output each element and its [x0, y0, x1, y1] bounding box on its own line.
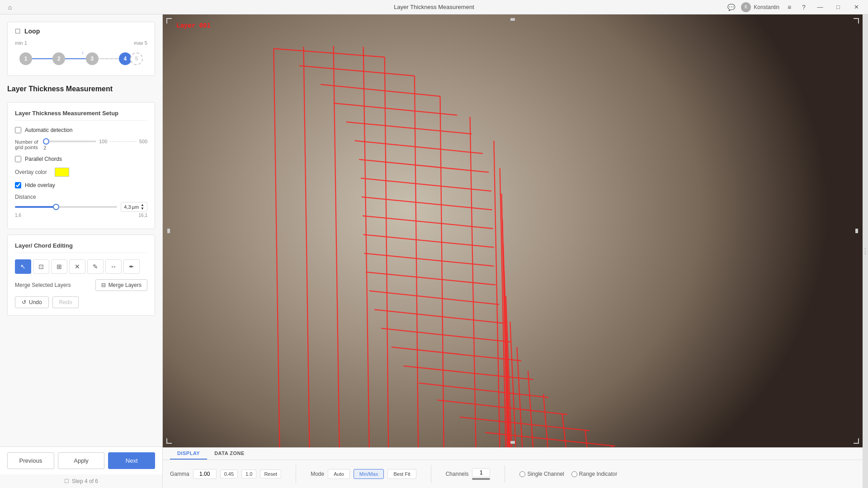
step-node-1[interactable]: 1 — [19, 52, 32, 65]
auto-detection-checkbox[interactable] — [15, 127, 21, 133]
overlay-color-row: Overlay color — [15, 168, 147, 177]
distance-down-arrow[interactable]: ▼ — [141, 207, 144, 211]
single-channel-radio[interactable] — [519, 471, 525, 477]
auto-detection-label: Automatic detection — [25, 127, 72, 133]
select-tool-btn[interactable]: ↖ — [15, 259, 31, 274]
corner-handle-bl[interactable] — [166, 438, 172, 444]
eyedrop-tool-btn[interactable]: ✒ — [123, 259, 140, 274]
gamma-input[interactable] — [193, 469, 217, 479]
hide-overlay-checkbox[interactable] — [15, 182, 21, 188]
channel-input-container — [472, 468, 490, 480]
grid-points-slider[interactable] — [43, 141, 96, 142]
loop-title: Loop — [24, 28, 40, 35]
bottom-nav: Previous Apply Next — [0, 446, 162, 474]
measure-tool-btn[interactable]: ↔ — [105, 259, 122, 274]
add-tool-btn[interactable]: ⊞ — [51, 259, 67, 274]
layer-label: Layer 001 — [176, 22, 211, 29]
microscope-image: Layer 001 — [163, 14, 863, 447]
range-indicator-radio[interactable] — [571, 471, 577, 477]
separator-1 — [296, 465, 296, 483]
tool-buttons: ↖ ⊡ ⊞ ✕ ✎ ↔ ✒ — [15, 259, 147, 274]
gamma-reset-button[interactable]: Reset — [260, 469, 281, 479]
previous-button[interactable]: Previous — [7, 452, 54, 469]
mid-handle-right[interactable] — [855, 229, 858, 233]
gamma-label: Gamma — [170, 471, 189, 477]
overlay-color-swatch[interactable] — [55, 168, 69, 177]
step-icon: ☐ — [64, 478, 69, 484]
distance-row: Distance 4,3 µm ▲ ▼ — [15, 194, 147, 218]
step-node-5[interactable]: 5 — [130, 52, 143, 65]
mode-group: Mode Auto Min/Max Best Fit — [311, 469, 416, 479]
undo-label: Undo — [29, 299, 42, 305]
separator-3 — [505, 465, 505, 483]
channel-bar — [472, 478, 490, 480]
undo-button[interactable]: ↺ Undo — [15, 296, 49, 308]
parallel-chords-row: Parallel Chords — [15, 156, 147, 162]
multi-select-tool-btn[interactable]: ⊡ — [33, 259, 49, 274]
close-button[interactable]: ✕ — [850, 1, 863, 14]
auto-detection-row: Automatic detection — [15, 127, 147, 133]
step-3-label: 3 — [90, 56, 94, 62]
tab-data-zone[interactable]: DATA ZONE — [207, 448, 252, 460]
bottom-controls: Gamma 0.45 1.0 Reset Mode Auto Min/Max B… — [163, 460, 863, 488]
image-viewport[interactable]: Layer 001 — [163, 14, 863, 447]
mid-handle-left[interactable] — [167, 229, 170, 233]
left-panel: ☐ Loop min 1 max 5 ↓ 1 — [0, 14, 163, 488]
corner-handle-tl[interactable] — [166, 18, 172, 23]
step-indicator: ☐ Step 4 of 6 — [0, 474, 162, 488]
distance-min: 1,6 — [15, 213, 21, 218]
grid-points-label-line1: Number of — [15, 139, 38, 145]
merge-icon: ⊟ — [101, 282, 106, 288]
step-node-4[interactable]: 4 — [119, 52, 132, 65]
parallel-chords-checkbox[interactable] — [15, 156, 21, 162]
apply-button[interactable]: Apply — [58, 452, 105, 469]
grid-points-label-line2: grid points — [15, 145, 38, 150]
mode-auto-button[interactable]: Auto — [328, 469, 350, 479]
chat-icon[interactable]: 💬 — [726, 3, 736, 12]
channel-input[interactable] — [472, 468, 490, 477]
distance-slider[interactable] — [15, 206, 117, 208]
gamma-045-button[interactable]: 0.45 — [220, 469, 238, 479]
range-indicator-option[interactable]: Range Indicator — [571, 471, 618, 477]
merge-label: Merge Selected Layers — [15, 282, 71, 288]
next-button[interactable]: Next — [108, 452, 155, 469]
mode-bestfit-button[interactable]: Best Fit — [387, 469, 416, 479]
user-info: K Konstantin — [741, 2, 779, 12]
step-min-label: min 1 — [15, 40, 27, 46]
gamma-group: Gamma 0.45 1.0 Reset — [170, 469, 281, 479]
settings-section: Layer Thickness Measurement Setup Automa… — [7, 102, 155, 229]
maximize-button[interactable]: □ — [832, 1, 844, 14]
corner-handle-br[interactable] — [854, 438, 859, 444]
avatar: K — [741, 2, 751, 12]
step-node-3[interactable]: 3 — [86, 52, 99, 65]
redo-button[interactable]: Redo — [52, 296, 79, 308]
center-area: Layer 001 DISPLAY DATA ZONE — [163, 14, 863, 488]
delete-tool-btn[interactable]: ✕ — [69, 259, 85, 274]
single-channel-option[interactable]: Single Channel — [519, 471, 564, 477]
minimize-button[interactable]: — — [814, 1, 826, 14]
loop-section: ☐ Loop min 1 max 5 ↓ 1 — [7, 22, 155, 76]
edit-tool-btn[interactable]: ✎ — [87, 259, 104, 274]
grid-points-value: 2 — [43, 145, 46, 150]
merge-layers-button[interactable]: ⊟ Merge Layers — [95, 279, 147, 291]
menu-icon[interactable]: ≡ — [785, 3, 794, 12]
loop-icon: ☐ — [15, 28, 21, 35]
hide-overlay-row: Hide overlay — [15, 182, 147, 188]
editing-section: Layer/ Chord Editing ↖ ⊡ ⊞ ✕ ✎ ↔ ✒ Merge… — [7, 235, 155, 316]
gamma-10-button[interactable]: 1.0 — [241, 469, 256, 479]
mid-handle-top[interactable] — [510, 18, 515, 21]
step-node-2[interactable]: 2 — [52, 52, 65, 65]
tab-display[interactable]: DISPLAY — [170, 448, 207, 460]
redo-label: Redo — [59, 299, 72, 305]
bottom-tabs: DISPLAY DATA ZONE — [163, 448, 863, 460]
home-icon[interactable]: ⌂ — [5, 3, 14, 12]
merge-btn-label: Merge Layers — [108, 282, 142, 288]
step-4-label: 4 — [123, 56, 127, 62]
right-resize-handle[interactable] — [863, 14, 868, 488]
corner-handle-tr[interactable] — [854, 18, 859, 23]
help-icon[interactable]: ? — [799, 3, 808, 12]
mid-handle-bottom[interactable] — [510, 441, 515, 444]
hide-overlay-label: Hide overlay — [25, 182, 55, 188]
mode-minmax-button[interactable]: Min/Max — [354, 469, 384, 479]
step-max-label: max 5 — [134, 40, 147, 46]
